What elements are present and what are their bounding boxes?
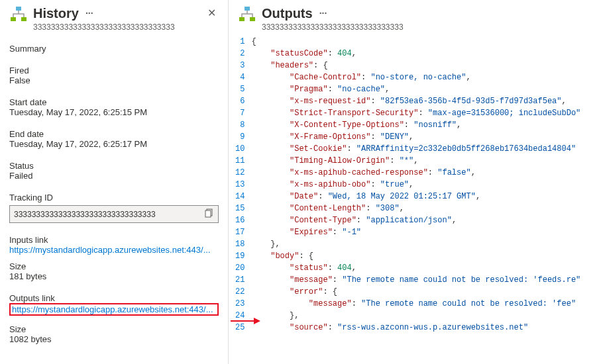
fired-label: Fired bbox=[9, 66, 219, 75]
json-editor[interactable]: 1234567891011121314151617181920212223242… bbox=[229, 36, 603, 364]
inputs-size-label: Size bbox=[9, 261, 219, 271]
end-date-value: Tuesday, May 17, 2022, 6:25:17 PM bbox=[9, 139, 219, 149]
history-subtitle: 33333333333333333333333333333333 bbox=[33, 23, 199, 32]
outputs-panel: Outputs ··· 3333333333333333333333333333… bbox=[229, 0, 603, 364]
copy-icon[interactable] bbox=[201, 208, 214, 220]
close-icon[interactable]: ✕ bbox=[205, 5, 219, 21]
svg-rect-0 bbox=[16, 7, 21, 11]
status-value: Failed bbox=[9, 171, 219, 181]
outputs-link[interactable]: https://mystandardlogicapp.azurewebsites… bbox=[9, 303, 219, 316]
history-title: History bbox=[33, 5, 79, 21]
line-gutter: 1234567891011121314151617181920212223242… bbox=[229, 36, 251, 364]
inputs-link[interactable]: https://mystandardlogicapp.azurewebsites… bbox=[9, 245, 219, 255]
svg-rect-4 bbox=[205, 210, 211, 217]
summary-label: Summary bbox=[9, 44, 219, 54]
inputs-link-label: Inputs link bbox=[9, 235, 219, 245]
json-code: { "statusCode": 404, "headers": { "Cache… bbox=[251, 36, 603, 364]
outputs-subtitle: 33333333333333333333333333333333 bbox=[262, 23, 594, 32]
outputs-size-value: 1082 bytes bbox=[9, 334, 219, 344]
tracking-id-label: Tracking ID bbox=[9, 193, 219, 203]
workflow-icon bbox=[238, 5, 256, 24]
outputs-link-label: Outputs link bbox=[9, 293, 219, 303]
svg-rect-9 bbox=[250, 17, 255, 21]
fired-value: False bbox=[9, 75, 219, 85]
more-icon[interactable]: ··· bbox=[317, 8, 330, 19]
workflow-icon bbox=[9, 5, 28, 24]
svg-rect-8 bbox=[239, 17, 245, 21]
inputs-size-value: 181 bytes bbox=[9, 271, 219, 281]
outputs-size-label: Size bbox=[9, 324, 219, 334]
start-date-label: Start date bbox=[9, 97, 219, 107]
outputs-header: Outputs ··· 3333333333333333333333333333… bbox=[229, 3, 603, 36]
history-panel: History ··· 3333333333333333333333333333… bbox=[0, 0, 229, 364]
svg-rect-1 bbox=[11, 17, 16, 21]
end-date-label: End date bbox=[9, 129, 219, 139]
svg-rect-7 bbox=[245, 7, 250, 11]
status-label: Status bbox=[9, 161, 219, 171]
history-header: History ··· 3333333333333333333333333333… bbox=[9, 5, 219, 32]
more-icon[interactable]: ··· bbox=[83, 8, 96, 19]
svg-rect-2 bbox=[21, 17, 27, 21]
tracking-id-value: 33333333333333333333333333333333 bbox=[14, 210, 201, 219]
start-date-value: Tuesday, May 17, 2022, 6:25:15 PM bbox=[9, 107, 219, 117]
outputs-title: Outputs bbox=[262, 5, 313, 21]
tracking-id-field: 33333333333333333333333333333333 bbox=[9, 205, 219, 223]
